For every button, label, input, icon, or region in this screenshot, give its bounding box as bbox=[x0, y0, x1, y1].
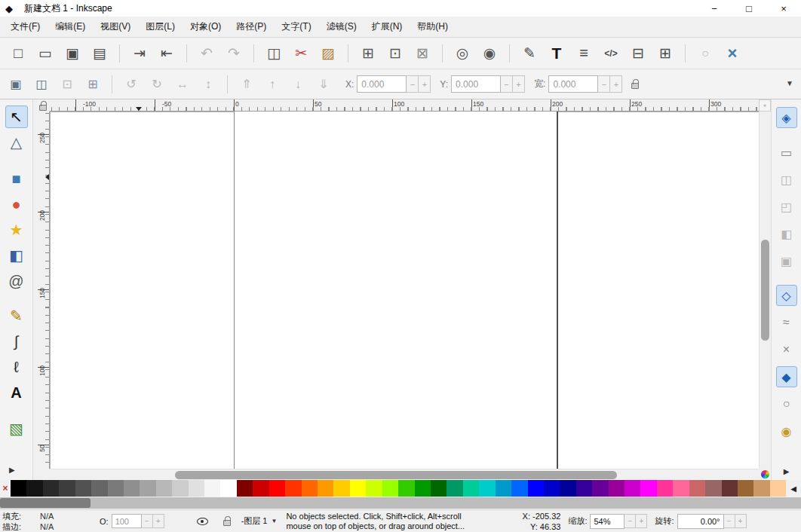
palette-swatch[interactable] bbox=[269, 480, 285, 497]
layer-lock-toggle[interactable] bbox=[219, 513, 235, 530]
palette-swatch[interactable] bbox=[511, 480, 527, 497]
select-all-icon[interactable]: ▣ bbox=[5, 74, 26, 95]
palette-swatch[interactable] bbox=[220, 480, 236, 497]
pencil-tool[interactable]: ✎ bbox=[5, 304, 28, 327]
palette-swatch[interactable] bbox=[592, 480, 608, 497]
palette-swatch[interactable] bbox=[253, 480, 269, 497]
save-document-icon[interactable]: ▣ bbox=[61, 42, 84, 65]
zoom-selection-icon[interactable]: ◎ bbox=[451, 42, 474, 65]
palette-swatch[interactable] bbox=[657, 480, 673, 497]
palette-close-button[interactable]: × bbox=[0, 480, 11, 497]
lower-icon[interactable]: ↓ bbox=[287, 74, 308, 95]
cut-icon[interactable]: ✂ bbox=[290, 42, 312, 65]
palette-swatch[interactable] bbox=[447, 480, 462, 497]
palette-swatch[interactable] bbox=[366, 480, 382, 497]
node-tool[interactable]: △ bbox=[5, 131, 28, 154]
width-field[interactable] bbox=[548, 75, 598, 93]
menu-file[interactable]: 文件(F) bbox=[3, 17, 48, 37]
palette-swatch[interactable] bbox=[705, 480, 721, 497]
arrange-dialog-icon[interactable]: ⊞ bbox=[654, 42, 677, 65]
palette-swatch[interactable] bbox=[204, 480, 220, 497]
palette-swatch[interactable] bbox=[140, 480, 155, 497]
close-button[interactable]: × bbox=[766, 0, 801, 17]
palette-swatch[interactable] bbox=[91, 480, 107, 497]
raise-icon[interactable]: ↑ bbox=[262, 74, 283, 95]
palette-swatch[interactable] bbox=[576, 480, 592, 497]
x-increment-button[interactable]: + bbox=[419, 75, 431, 93]
fill-stroke-indicator[interactable]: 填充:N/A 描边:N/A bbox=[0, 511, 95, 532]
undo-icon[interactable]: ↶ bbox=[195, 42, 218, 65]
xml-editor-icon[interactable]: </> bbox=[600, 42, 622, 65]
print-icon[interactable]: ▤ bbox=[88, 42, 111, 65]
palette-swatch[interactable] bbox=[544, 480, 560, 497]
layer-visibility-toggle[interactable] bbox=[195, 513, 211, 530]
rotation-decrement-button[interactable]: − bbox=[724, 514, 735, 528]
y-decrement-button[interactable]: − bbox=[501, 75, 513, 93]
menu-filters[interactable]: 滤镜(S) bbox=[319, 17, 364, 37]
menu-help[interactable]: 帮助(H) bbox=[410, 17, 456, 37]
palette-swatch[interactable] bbox=[528, 480, 544, 497]
rotation-input[interactable] bbox=[677, 514, 724, 529]
palette-swatch[interactable] bbox=[156, 480, 172, 497]
palette-swatch[interactable] bbox=[108, 480, 124, 497]
snap-nodes-icon[interactable]: ◇ bbox=[776, 285, 797, 306]
new-document-icon[interactable]: □ bbox=[7, 42, 29, 65]
palette-swatch[interactable] bbox=[11, 480, 26, 497]
paste-icon[interactable]: ▨ bbox=[317, 42, 339, 65]
snap-path-intersections-icon[interactable]: × bbox=[776, 339, 797, 360]
snap-bbox-edge-midpoints-icon[interactable]: ◧ bbox=[776, 223, 797, 244]
palette-swatch[interactable] bbox=[172, 480, 188, 497]
rotate-cw-icon[interactable]: ↻ bbox=[146, 74, 167, 95]
palette-scroll-left-button[interactable]: ◀ bbox=[786, 480, 801, 497]
palette-scrollbar-thumb[interactable] bbox=[0, 498, 91, 508]
unlink-clone-icon[interactable]: ⊠ bbox=[411, 42, 434, 65]
raise-to-top-icon[interactable]: ⇑ bbox=[236, 74, 257, 95]
deselect-icon[interactable]: ⊡ bbox=[57, 74, 78, 95]
copy-icon[interactable]: ◫ bbox=[262, 42, 285, 65]
text-tool[interactable]: A bbox=[5, 381, 28, 404]
y-field[interactable] bbox=[451, 75, 501, 93]
toolbox-expand-arrow[interactable]: ▶ bbox=[0, 463, 15, 475]
horizontal-scrollbar-thumb[interactable] bbox=[175, 471, 617, 479]
gradient-tool[interactable]: ▧ bbox=[5, 417, 28, 440]
snapbar-expand-arrow[interactable]: ▶ bbox=[784, 467, 790, 475]
align-dialog-icon[interactable]: ⊟ bbox=[627, 42, 649, 65]
palette-swatch[interactable] bbox=[770, 480, 786, 497]
redo-icon[interactable]: ↷ bbox=[222, 42, 245, 65]
palette-swatch[interactable] bbox=[124, 480, 140, 497]
fill-stroke-dialog-icon[interactable]: ✎ bbox=[518, 42, 541, 65]
rotation-increment-button[interactable]: + bbox=[735, 514, 747, 528]
width-decrement-button[interactable]: − bbox=[598, 75, 610, 93]
palette-swatch[interactable] bbox=[560, 480, 575, 497]
palette-swatch[interactable] bbox=[479, 480, 495, 497]
open-document-icon[interactable]: ▭ bbox=[34, 42, 57, 65]
menu-extensions[interactable]: 扩展(N) bbox=[364, 17, 410, 37]
opacity-input[interactable] bbox=[112, 514, 142, 528]
snap-cusp-nodes-icon[interactable]: ◆ bbox=[776, 366, 797, 387]
snap-bbox-edges-icon[interactable]: ◫ bbox=[776, 169, 797, 190]
menu-view[interactable]: 视图(V) bbox=[93, 17, 138, 37]
palette-swatch[interactable] bbox=[26, 480, 42, 497]
palette-swatch[interactable] bbox=[382, 480, 398, 497]
vertical-scrollbar-thumb[interactable] bbox=[761, 240, 769, 341]
palette-swatch[interactable] bbox=[350, 480, 366, 497]
palette-swatch[interactable] bbox=[189, 480, 204, 497]
palette-swatch[interactable] bbox=[722, 480, 738, 497]
snap-paths-icon[interactable]: ≈ bbox=[776, 312, 797, 333]
menu-object[interactable]: 对象(O) bbox=[183, 17, 229, 37]
palette-swatch[interactable] bbox=[673, 480, 689, 497]
menu-layer[interactable]: 图层(L) bbox=[138, 17, 183, 37]
layers-dialog-icon[interactable]: ≡ bbox=[572, 42, 595, 65]
snap-enable-icon[interactable]: ◈ bbox=[776, 107, 797, 128]
zoom-out-button[interactable]: − bbox=[625, 514, 636, 528]
menu-path[interactable]: 路径(P) bbox=[229, 17, 274, 37]
lock-guides-toggle[interactable] bbox=[37, 100, 49, 112]
opacity-increment-button[interactable]: + bbox=[153, 514, 164, 528]
bezier-tool[interactable]: ∫ bbox=[5, 330, 28, 353]
select-all-layers-icon[interactable]: ◫ bbox=[31, 74, 52, 95]
palette-swatch[interactable] bbox=[431, 480, 447, 497]
snap-midpoints-icon[interactable]: ◉ bbox=[776, 420, 797, 442]
palette-swatch[interactable] bbox=[415, 480, 431, 497]
x-field[interactable] bbox=[357, 75, 407, 93]
palette-swatch[interactable] bbox=[496, 480, 511, 497]
